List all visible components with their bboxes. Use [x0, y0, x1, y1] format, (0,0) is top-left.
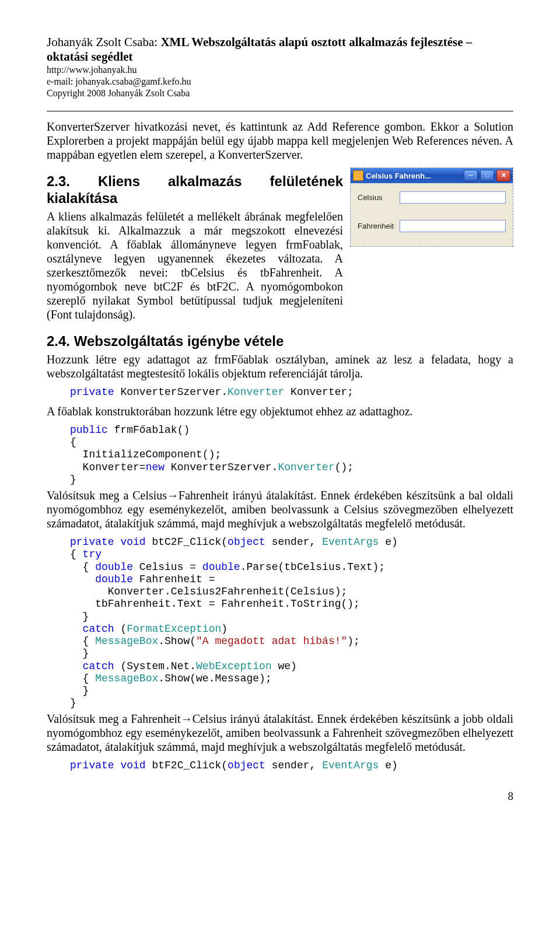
header-subtitle: oktatási segédlet — [47, 50, 513, 64]
section-2-4-p4: Valósítsuk meg a Fahrenheit→Celsius irán… — [47, 712, 513, 754]
header-title-1: XML Webszolgáltatás alapú osztott alkalm… — [160, 35, 472, 49]
page-number: 8 — [47, 790, 513, 803]
header-url: http://www.johanyak.hu — [47, 64, 513, 76]
window-body: Celsius Fahrenheit — [351, 183, 513, 246]
code-block-3: private void btC2F_Click(object sender, … — [70, 536, 513, 709]
intro-paragraph: KonverterSzerver hivatkozási nevet, és k… — [47, 120, 513, 162]
header-email: e-mail: johanyak.csaba@gamf.kefo.hu — [47, 76, 513, 88]
window-icon — [353, 170, 363, 181]
window-title: Celsius Fahrenh... — [366, 172, 461, 181]
maximize-button[interactable]: □ — [480, 170, 494, 181]
celsius-input[interactable] — [400, 191, 506, 204]
close-button[interactable]: ✕ — [496, 170, 510, 181]
header-copyright: Copyright 2008 Johanyák Zsolt Csaba — [47, 88, 513, 99]
section-2-4-p2: A főablak konstruktorában hozzunk létre … — [47, 404, 513, 418]
fahrenheit-row: Fahrenheit — [358, 220, 506, 232]
section-2-4-p1: Hozzunk létre egy adattagot az frmFőabla… — [47, 352, 513, 380]
celsius-row: Celsius — [358, 191, 506, 204]
header-divider — [47, 111, 513, 111]
celsius-label: Celsius — [358, 193, 395, 202]
section-2-3-body: A kliens alkalmazás felületét a mellékel… — [47, 209, 343, 321]
section-2-3-heading: 2.3. Kliens alkalmazás felületének kiala… — [47, 173, 343, 207]
header-title: Johanyák Zsolt Csaba: XML Webszolgáltatá… — [47, 35, 513, 50]
form-screenshot: Celsius Fahrenh... ─ □ ✕ Celsius Fahrenh… — [350, 167, 513, 247]
window-titlebar: Celsius Fahrenh... ─ □ ✕ — [351, 168, 513, 183]
code-block-1: private KonverterSzerver.Konverter Konve… — [70, 386, 513, 398]
header-author: Johanyák Zsolt Csaba: — [47, 35, 158, 49]
section-2-4-p3: Valósítsuk meg a Celsius→Fahrenheit irán… — [47, 488, 513, 530]
document-header: Johanyák Zsolt Csaba: XML Webszolgáltatá… — [47, 35, 513, 99]
fahrenheit-input[interactable] — [400, 220, 506, 232]
code-block-2: public frmFőablak() { InitializeComponen… — [70, 424, 513, 486]
code-block-4: private void btF2C_Click(object sender, … — [70, 760, 513, 772]
section-2-4-heading: 2.4. Webszolgáltatás igénybe vétele — [47, 333, 513, 350]
minimize-button[interactable]: ─ — [464, 170, 478, 181]
fahrenheit-label: Fahrenheit — [358, 222, 395, 231]
